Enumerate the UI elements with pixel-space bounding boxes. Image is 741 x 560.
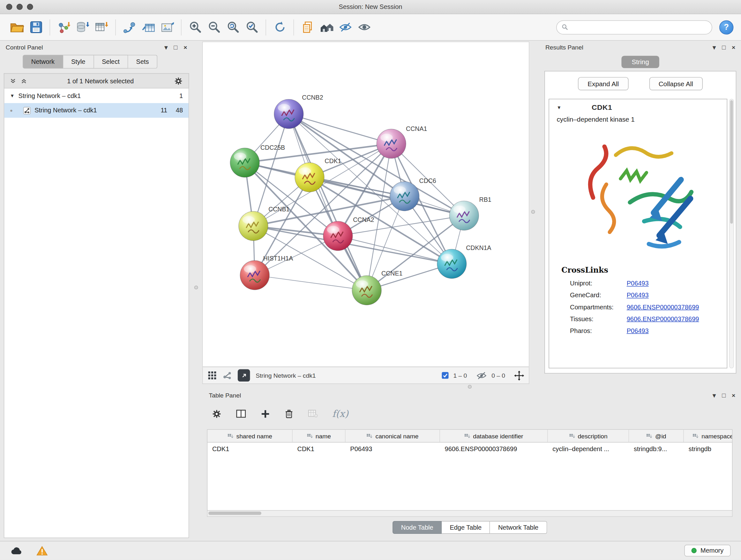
panel-float-icon[interactable]: □ <box>174 44 178 51</box>
collapse-all-button[interactable]: Collapse All <box>649 77 703 90</box>
network-collection-row[interactable]: ▼ String Network – cdk1 1 <box>4 88 189 103</box>
cloud-icon[interactable] <box>10 546 23 556</box>
table-cell[interactable]: CDK1 <box>207 445 293 452</box>
table-scrollbar-thumb[interactable] <box>208 511 261 515</box>
column-header--id[interactable]: @id <box>629 430 684 442</box>
chevrons-down-icon[interactable] <box>10 78 16 84</box>
selected-checkbox-icon[interactable] <box>441 372 449 379</box>
panel-float-icon[interactable]: □ <box>722 392 726 399</box>
tab-style[interactable]: Style <box>63 55 94 69</box>
zoom-selected-region-button[interactable] <box>243 17 261 37</box>
function-builder-button[interactable]: f(x) <box>332 408 348 420</box>
vertical-splitter-handle[interactable] <box>531 210 535 214</box>
network-node-CCNA2[interactable] <box>323 221 353 251</box>
network-node-CDKN1A[interactable] <box>437 249 467 278</box>
panel-collapse-icon[interactable]: ▾ <box>713 392 716 399</box>
open-session-button[interactable] <box>8 17 26 37</box>
network-node-CDC25B[interactable] <box>230 148 259 178</box>
hidden-eye-slash-icon[interactable] <box>476 370 487 380</box>
crosslink-value-link[interactable]: 9606.ENSP00000378699 <box>627 304 699 311</box>
crosslink-value-link[interactable]: 9606.ENSP00000378699 <box>627 315 699 322</box>
table-row[interactable]: CDK1CDK1P064939606.ENSP00000378699cyclin… <box>207 442 732 455</box>
expand-all-button[interactable]: Expand All <box>578 77 628 90</box>
search-input[interactable] <box>571 23 707 30</box>
table-cell[interactable]: CDK1 <box>293 445 346 452</box>
section-disclosure-icon[interactable]: ▼ <box>557 105 562 110</box>
column-header-namespace[interactable]: namespace <box>684 430 733 442</box>
table-cell[interactable]: stringdb <box>684 445 733 452</box>
network-row-selected[interactable]: ● String Network – cdk1 11 48 <box>4 103 189 118</box>
horizontal-splitter-handle[interactable] <box>468 385 472 388</box>
hide-selected-button[interactable] <box>336 17 355 37</box>
save-session-button[interactable] <box>26 17 45 37</box>
delete-column-trash-icon[interactable] <box>285 409 293 419</box>
network-node-CCNB1[interactable] <box>239 211 268 241</box>
crosslink-value-link[interactable]: P06493 <box>627 327 649 334</box>
table-settings-gear-icon[interactable] <box>212 409 221 419</box>
panel-close-icon[interactable]: × <box>184 44 187 51</box>
tab-network-table[interactable]: Network Table <box>490 521 547 534</box>
network-node-CDK1[interactable] <box>295 163 324 192</box>
copy-document-button[interactable] <box>298 17 317 37</box>
column-header-database-identifier[interactable]: database identifier <box>440 430 548 442</box>
help-button[interactable]: ? <box>719 20 733 34</box>
tab-node-table[interactable]: Node Table <box>393 521 442 534</box>
network-edge[interactable] <box>289 114 367 290</box>
table-cell[interactable]: cyclin–dependent ... <box>548 445 629 452</box>
network-node-CCNE1[interactable] <box>352 275 381 305</box>
results-scrollbar[interactable] <box>729 99 734 368</box>
crosslink-value-link[interactable]: P06493 <box>627 292 649 299</box>
move-crosshair-icon[interactable] <box>514 370 524 380</box>
open-in-new-window-button[interactable] <box>238 369 250 382</box>
chevrons-up-icon[interactable] <box>21 78 27 84</box>
panel-close-icon[interactable]: × <box>732 392 735 399</box>
warning-icon[interactable] <box>37 545 48 556</box>
tab-network[interactable]: Network <box>23 55 63 69</box>
birdseye-view-icon[interactable] <box>223 371 232 380</box>
panel-collapse-icon[interactable]: ▾ <box>164 44 167 51</box>
network-node-CDC6[interactable] <box>390 182 419 211</box>
tab-string[interactable]: String <box>621 56 659 68</box>
table-cell[interactable]: 9606.ENSP00000378699 <box>440 445 548 452</box>
import-table-from-file-button[interactable] <box>92 17 111 37</box>
network-node-HIST1H1A[interactable] <box>240 260 269 290</box>
table-horizontal-scrollbar[interactable] <box>207 510 733 516</box>
new-network-from-selection-button[interactable] <box>120 17 139 37</box>
import-network-from-file-button[interactable] <box>54 17 73 37</box>
disclosure-triangle-icon[interactable]: ▼ <box>10 93 15 98</box>
zoom-out-button[interactable] <box>205 17 223 37</box>
column-header-canonical-name[interactable]: canonical name <box>346 430 440 442</box>
show-all-button[interactable] <box>355 17 374 37</box>
network-view[interactable]: CCNB2CCNA1CDC25BCDK1CDC6RB1CCNB1CCNA2CDK… <box>202 42 529 367</box>
gear-icon[interactable] <box>174 77 183 85</box>
panel-float-icon[interactable]: □ <box>722 44 726 51</box>
import-network-from-database-button[interactable] <box>73 17 92 37</box>
panel-collapse-icon[interactable]: ▾ <box>713 44 716 51</box>
network-node-CCNA1[interactable] <box>377 129 406 159</box>
search-box[interactable] <box>556 20 712 34</box>
network-edge[interactable] <box>255 275 367 290</box>
zoom-in-button[interactable] <box>186 17 205 37</box>
vertical-splitter-handle[interactable] <box>194 286 198 289</box>
grid-view-icon[interactable] <box>207 371 217 380</box>
column-header-shared-name[interactable]: shared name <box>207 430 293 442</box>
tab-edge-table[interactable]: Edge Table <box>442 521 490 534</box>
network-canvas[interactable]: CCNB2CCNA1CDC25BCDK1CDC6RB1CCNB1CCNA2CDK… <box>203 42 529 367</box>
results-scrollbar-thumb[interactable] <box>730 100 733 224</box>
zoom-fit-content-button[interactable] <box>223 17 242 37</box>
new-table-button[interactable] <box>139 17 158 37</box>
table-cell[interactable]: P06493 <box>346 445 440 452</box>
column-header-name[interactable]: name <box>293 430 346 442</box>
tab-sets[interactable]: Sets <box>128 55 157 69</box>
show-columns-icon[interactable] <box>236 409 246 419</box>
tab-select[interactable]: Select <box>94 55 128 69</box>
memory-button[interactable]: Memory <box>684 545 731 557</box>
column-header-description[interactable]: description <box>548 430 629 442</box>
network-edge[interactable] <box>289 114 391 144</box>
panel-close-icon[interactable]: × <box>732 44 735 51</box>
crosslink-value-link[interactable]: P06493 <box>627 280 649 287</box>
network-node-RB1[interactable] <box>449 201 479 230</box>
add-column-plus-icon[interactable] <box>260 409 270 419</box>
table-cell[interactable]: stringdb:9... <box>629 445 684 452</box>
export-image-button[interactable] <box>158 17 177 37</box>
